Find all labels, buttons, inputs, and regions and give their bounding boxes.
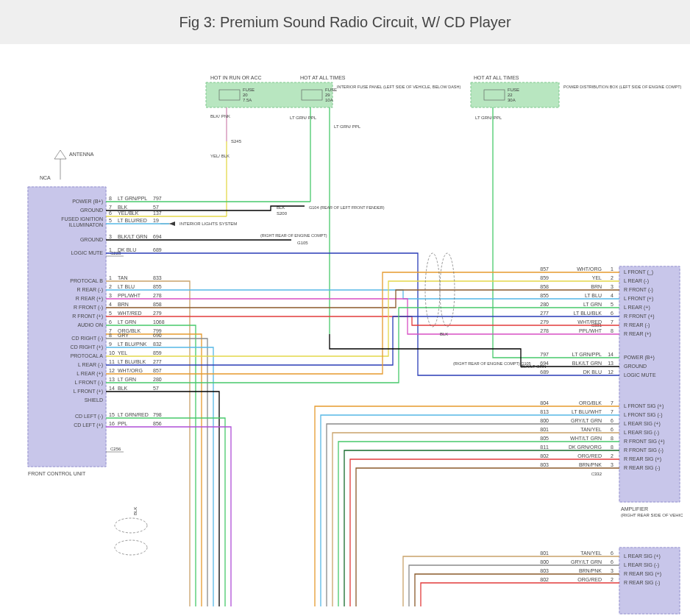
svg-text:BLK/LT GRN: BLK/LT GRN — [118, 234, 147, 239]
svg-text:PPL/WHT: PPL/WHT — [579, 328, 602, 333]
svg-text:7.5A: 7.5A — [243, 98, 252, 102]
svg-text:689: 689 — [540, 369, 549, 375]
svg-text:LT GRN: LT GRN — [118, 377, 136, 382]
svg-text:3: 3 — [109, 293, 112, 298]
svg-text:L REAR (+): L REAR (+) — [624, 305, 650, 311]
svg-text:FUSE: FUSE — [243, 88, 255, 92]
svg-text:11: 11 — [109, 359, 115, 364]
svg-text:279: 279 — [540, 319, 549, 325]
svg-text:WHT/ORG: WHT/ORG — [118, 368, 143, 373]
svg-text:R REAR SIG (+): R REAR SIG (+) — [624, 456, 661, 462]
svg-text:813: 813 — [540, 409, 549, 414]
svg-text:8: 8 — [611, 328, 613, 333]
amp-btm-text: 801TAN/YEL6800GRY/LT GRN6803BRN/PNK3802O… — [540, 550, 613, 582]
amp-top-text: 857WHT/ORG1859YEL2858BRN3855LT BLU4280LT… — [540, 266, 613, 333]
svg-text:LT BLU/BLK: LT BLU/BLK — [118, 359, 146, 364]
svg-text:279: 279 — [153, 311, 162, 316]
svg-text:LOGIC MUTE: LOGIC MUTE — [624, 372, 656, 378]
svg-text:10A: 10A — [325, 98, 333, 102]
svg-text:694: 694 — [540, 361, 549, 366]
svg-text:8: 8 — [611, 436, 613, 441]
svg-text:S200: S200 — [277, 211, 288, 216]
svg-text:857: 857 — [540, 266, 549, 272]
svg-text:L REAR SIG (-): L REAR SIG (-) — [624, 430, 659, 436]
svg-text:FUSED IGNITION: FUSED IGNITION — [61, 216, 103, 222]
svg-text:DK BLU: DK BLU — [583, 369, 602, 375]
svg-text:(RIGHT REAR SIDE OF VEHICLE): (RIGHT REAR SIDE OF VEHICLE) — [621, 513, 683, 517]
svg-text:G104 (REAR OF LEFT FRONT FENDE: G104 (REAR OF LEFT FRONT FENDER) — [309, 205, 385, 210]
svg-text:LT GRN/PPL: LT GRN/PPL — [572, 352, 602, 357]
svg-text:CD RIGHT (-): CD RIGHT (-) — [71, 336, 103, 341]
svg-text:800: 800 — [540, 559, 549, 564]
svg-text:57: 57 — [153, 205, 159, 210]
svg-text:805: 805 — [540, 436, 549, 441]
svg-text:BLK/ PNK: BLK/ PNK — [210, 114, 230, 118]
svg-text:L FRONT (-): L FRONT (-) — [75, 380, 104, 386]
svg-text:FUSE: FUSE — [325, 88, 337, 92]
svg-text:800: 800 — [540, 418, 549, 423]
svg-text:14: 14 — [608, 352, 613, 357]
svg-text:12: 12 — [109, 368, 115, 373]
svg-text:PPL: PPL — [118, 421, 127, 426]
diagram-canvas: HOT IN RUN OR ACC HOT AT ALL TIMES FUSE … — [0, 44, 690, 616]
svg-text:R FRONT (-): R FRONT (-) — [74, 305, 103, 311]
svg-text:L REAR (-): L REAR (-) — [78, 362, 103, 368]
svg-text:9: 9 — [109, 341, 112, 347]
svg-text:R REAR (+): R REAR (+) — [624, 331, 651, 337]
svg-text:1068: 1068 — [153, 319, 165, 325]
svg-text:797: 797 — [540, 352, 549, 357]
svg-text:3: 3 — [611, 462, 613, 467]
svg-text:POWER (B+): POWER (B+) — [624, 355, 655, 361]
svg-text:FUSE: FUSE — [508, 88, 519, 92]
svg-text:AUDIO ON: AUDIO ON — [77, 322, 103, 328]
svg-text:859: 859 — [153, 350, 162, 355]
svg-text:C256: C256 — [110, 447, 121, 451]
svg-text:LT BLU/BLK: LT BLU/BLK — [574, 311, 602, 316]
svg-text:LT BLU: LT BLU — [118, 284, 135, 289]
svg-point-105 — [115, 518, 147, 533]
svg-text:C332: C332 — [591, 472, 602, 476]
svg-text:BLK: BLK — [440, 332, 448, 336]
svg-text:278: 278 — [540, 328, 549, 333]
svg-text:802: 802 — [540, 453, 549, 459]
svg-text:689: 689 — [153, 247, 162, 252]
svg-text:DK BLU: DK BLU — [118, 247, 136, 252]
svg-text:6: 6 — [109, 210, 112, 216]
svg-text:L FRONT SIG (-): L FRONT SIG (-) — [624, 412, 663, 418]
svg-text:7: 7 — [611, 409, 613, 414]
svg-text:YEL: YEL — [118, 350, 127, 355]
svg-text:L REAR (+): L REAR (+) — [77, 371, 103, 377]
svg-text:22: 22 — [508, 93, 513, 97]
svg-text:BRN/PNK: BRN/PNK — [579, 462, 602, 467]
svg-text:280: 280 — [540, 302, 549, 307]
svg-text:R FRONT (-): R FRONT (-) — [624, 287, 653, 293]
svg-text:858: 858 — [153, 302, 162, 307]
svg-text:BRN: BRN — [591, 284, 602, 289]
svg-text:3: 3 — [109, 234, 112, 239]
svg-text:GROUND: GROUND — [80, 208, 103, 213]
svg-text:855: 855 — [153, 284, 162, 289]
svg-text:6: 6 — [109, 319, 112, 325]
svg-text:15: 15 — [109, 412, 115, 417]
svg-text:19: 19 — [153, 218, 159, 223]
svg-text:798: 798 — [153, 412, 162, 417]
figure-title: Fig 3: Premium Sound Radio Circuit, W/ C… — [0, 0, 690, 44]
svg-text:GRY/LT GRN: GRY/LT GRN — [571, 418, 602, 423]
svg-text:BLK: BLK — [118, 205, 128, 210]
svg-text:L REAR SIG (+): L REAR SIG (+) — [624, 553, 661, 559]
wiring-diagram-svg: HOT IN RUN OR ACC HOT AT ALL TIMES FUSE … — [6, 62, 683, 616]
svg-text:29: 29 — [325, 93, 330, 97]
svg-text:TAN: TAN — [118, 275, 127, 280]
svg-text:6: 6 — [611, 550, 613, 556]
svg-text:803: 803 — [540, 462, 549, 467]
svg-text:ANTENNA: ANTENNA — [69, 152, 94, 157]
svg-text:HOT AT ALL TIMES: HOT AT ALL TIMES — [300, 75, 346, 80]
svg-text:DK GRN/ORG: DK GRN/ORG — [569, 445, 602, 450]
svg-text:BRN: BRN — [118, 302, 129, 307]
svg-text:PPL/WHT: PPL/WHT — [118, 293, 141, 298]
svg-text:NCA: NCA — [40, 175, 51, 180]
fuse-panel-1: HOT IN RUN OR ACC HOT AT ALL TIMES FUSE … — [206, 75, 460, 107]
svg-text:833: 833 — [153, 275, 162, 280]
svg-text:278: 278 — [153, 293, 162, 298]
svg-text:LT GRN/ PPL: LT GRN/ PPL — [475, 116, 502, 120]
